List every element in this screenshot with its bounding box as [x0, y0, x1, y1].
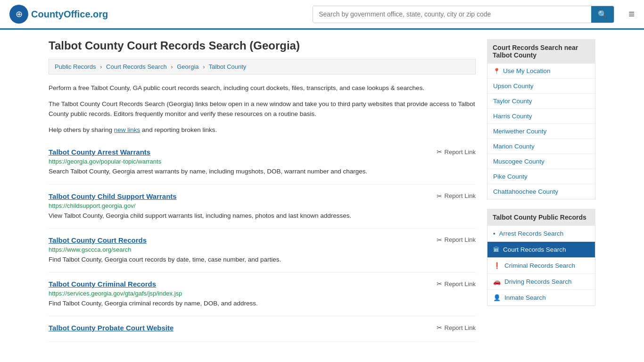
nearby-county-list: 📍 Use My Location Upson County Taylor Co… — [487, 64, 595, 199]
breadcrumb-georgia[interactable]: Georgia — [177, 63, 198, 70]
page-title: Talbot County Court Records Search (Geor… — [49, 39, 476, 52]
list-item: 🚗 Driving Records Search — [487, 274, 595, 290]
report-icon-0: ✂ — [437, 148, 442, 156]
arrest-records-icon: ▪ — [493, 230, 495, 237]
nearby-county-pike[interactable]: Pike County — [487, 169, 595, 184]
result-url-0: https://georgia.gov/popular-topic/warran… — [49, 158, 476, 165]
result-desc-0: Search Talbot County, Georgia arrest war… — [49, 167, 476, 176]
report-link-button-1[interactable]: ✂ Report Link — [437, 192, 476, 200]
result-item-0: Talbot County Arrest Warrants ✂ Report L… — [49, 140, 476, 184]
result-title-1[interactable]: Talbot County Child Support Warrants — [49, 192, 177, 200]
list-item: Taylor County — [487, 94, 595, 109]
list-item: Muscogee County — [487, 154, 595, 169]
list-item: 👤 Inmate Search — [487, 290, 595, 305]
search-bar: 🔍 — [313, 6, 614, 23]
report-link-button-3[interactable]: ✂ Report Link — [437, 280, 476, 288]
nearby-county-taylor[interactable]: Taylor County — [487, 94, 595, 108]
result-title-4[interactable]: Talbot County Probate Court Website — [49, 324, 173, 332]
nearby-county-meriwether[interactable]: Meriwether County — [487, 124, 595, 139]
public-records-title: Talbot County Public Records — [487, 209, 595, 226]
site-header: ⊕ CountyOffice.org 🔍 ≡ — [0, 0, 644, 30]
search-input[interactable] — [313, 6, 591, 23]
logo-icon: ⊕ — [9, 5, 28, 24]
list-item: Meriwether County — [487, 124, 595, 139]
result-desc-2: Find Talbot County, Georgia court record… — [49, 255, 476, 264]
report-icon-2: ✂ — [437, 236, 442, 244]
result-item-4: Talbot County Probate Court Website ✂ Re… — [49, 316, 476, 342]
nearby-section: Court Records Search near Talbot County … — [487, 39, 595, 199]
nearby-section-title: Court Records Search near Talbot County — [487, 39, 595, 64]
breadcrumb: Public Records › Court Records Search › … — [49, 59, 476, 74]
public-records-section: Talbot County Public Records ▪ Arrest Re… — [487, 209, 595, 306]
breadcrumb-talbot-county[interactable]: Talbot County — [209, 63, 247, 70]
result-url-2: https://www.gsccca.org/search — [49, 246, 476, 253]
content-area: Talbot County Court Records Search (Geor… — [49, 39, 476, 342]
list-item: Upson County — [487, 79, 595, 94]
new-links-link[interactable]: new links — [114, 126, 140, 133]
main-container: Talbot County Court Records Search (Geor… — [39, 30, 605, 351]
use-location-item: 📍 Use My Location — [487, 64, 595, 79]
description-1: Perform a free Talbot County, GA public … — [49, 83, 476, 93]
report-icon-4: ✂ — [437, 324, 442, 331]
breadcrumb-public-records[interactable]: Public Records — [55, 63, 96, 70]
report-link-button-4[interactable]: ✂ Report Link — [437, 324, 476, 331]
criminal-records-icon: ❗ — [493, 262, 501, 269]
list-item: Harris County — [487, 109, 595, 124]
list-item: ❗ Criminal Records Search — [487, 258, 595, 274]
report-link-button-2[interactable]: ✂ Report Link — [437, 236, 476, 244]
report-icon-3: ✂ — [437, 280, 442, 288]
list-item: Marion County — [487, 139, 595, 154]
nearby-county-harris[interactable]: Harris County — [487, 109, 595, 123]
result-url-1: https://childsupport.georgia.gov/ — [49, 202, 476, 209]
result-item-3: Talbot County Criminal Records ✂ Report … — [49, 272, 476, 316]
logo-link[interactable]: ⊕ CountyOffice.org — [9, 5, 108, 24]
result-title-2[interactable]: Talbot County Court Records — [49, 236, 147, 244]
result-desc-1: View Talbot County, Georgia child suppor… — [49, 211, 476, 221]
sidebar-arrest-records[interactable]: ▪ Arrest Records Search — [487, 226, 595, 241]
search-button[interactable]: 🔍 — [591, 6, 614, 23]
results-list: Talbot County Arrest Warrants ✂ Report L… — [49, 140, 476, 342]
pin-icon: 📍 — [493, 68, 500, 74]
driving-records-icon: 🚗 — [493, 278, 501, 285]
sidebar-inmate-search[interactable]: 👤 Inmate Search — [487, 290, 595, 305]
result-item-2: Talbot County Court Records ✂ Report Lin… — [49, 229, 476, 272]
result-item-1: Talbot County Child Support Warrants ✂ R… — [49, 185, 476, 229]
list-item: ▪ Arrest Records Search — [487, 226, 595, 242]
public-records-list: ▪ Arrest Records Search 🏛 Court Records … — [487, 226, 595, 306]
result-title-0[interactable]: Talbot County Arrest Warrants — [49, 148, 150, 156]
description-2: The Talbot County Court Records Search (… — [49, 99, 476, 119]
logo-text: CountyOffice.org — [31, 9, 108, 20]
result-title-3[interactable]: Talbot County Criminal Records — [49, 280, 156, 288]
report-icon-1: ✂ — [437, 192, 442, 200]
list-item: 🏛 Court Records Search — [487, 242, 595, 258]
hamburger-menu-button[interactable]: ≡ — [628, 8, 635, 20]
sidebar-driving-records[interactable]: 🚗 Driving Records Search — [487, 274, 595, 289]
breadcrumb-court-records-search[interactable]: Court Records Search — [106, 63, 167, 70]
inmate-search-icon: 👤 — [493, 294, 501, 301]
sidebar-court-records[interactable]: 🏛 Court Records Search — [487, 242, 595, 257]
nearby-county-muscogee[interactable]: Muscogee County — [487, 154, 595, 169]
description-3: Help others by sharing new links and rep… — [49, 125, 476, 135]
list-item: Pike County — [487, 169, 595, 184]
nearby-county-chattahoochee[interactable]: Chattahoochee County — [487, 184, 595, 199]
court-records-icon: 🏛 — [493, 246, 499, 253]
sidebar-criminal-records[interactable]: ❗ Criminal Records Search — [487, 258, 595, 273]
result-desc-3: Find Talbot County, Georgia criminal rec… — [49, 299, 476, 308]
nearby-county-upson[interactable]: Upson County — [487, 79, 595, 93]
result-url-3: https://services.georgia.gov/gta/gafs/js… — [49, 290, 476, 297]
sidebar: Court Records Search near Talbot County … — [487, 39, 595, 342]
nearby-county-marion[interactable]: Marion County — [487, 139, 595, 154]
report-link-button-0[interactable]: ✂ Report Link — [437, 148, 476, 156]
use-location-button[interactable]: 📍 Use My Location — [487, 64, 595, 78]
list-item: Chattahoochee County — [487, 184, 595, 199]
